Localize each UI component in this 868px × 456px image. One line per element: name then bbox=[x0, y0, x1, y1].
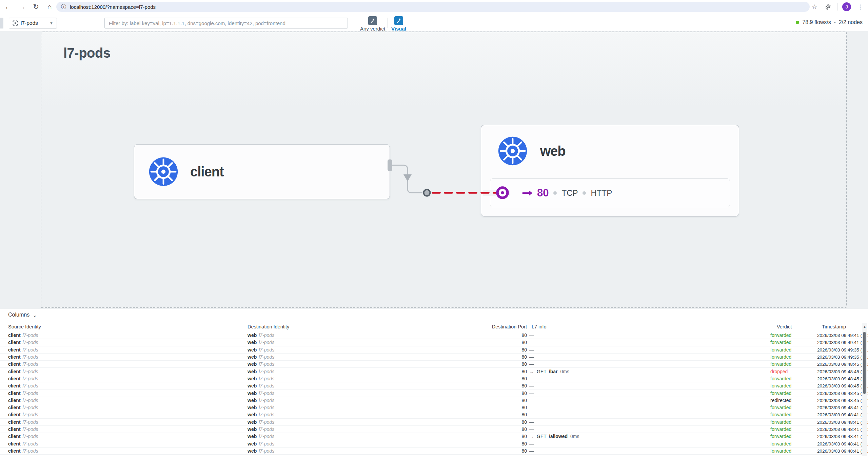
flow-filter-input[interactable] bbox=[104, 18, 348, 28]
http-method: GET bbox=[537, 434, 547, 439]
namespace-label: l7-pods bbox=[23, 405, 38, 410]
l7-info-cell: — bbox=[529, 361, 534, 367]
l7-info-cell: — bbox=[529, 391, 534, 396]
verdict-cell: forwarded bbox=[770, 361, 791, 367]
verdict-cell: forwarded bbox=[770, 405, 791, 410]
table-row[interactable]: clientl7-podswebl7-pods80→GET/bar0msdrop… bbox=[0, 368, 862, 375]
pod-name: client bbox=[8, 448, 21, 454]
source-identity-cell: clientl7-pods bbox=[8, 383, 38, 388]
service-node-client[interactable]: client bbox=[134, 144, 390, 199]
pod-name: web bbox=[248, 448, 257, 454]
namespace-label: l7-pods bbox=[23, 419, 38, 425]
destination-port-cell: 80 bbox=[498, 361, 527, 367]
table-row[interactable]: clientl7-podswebl7-pods80—forwarded2026/… bbox=[0, 455, 862, 456]
l7-info-cell: — bbox=[529, 340, 534, 345]
page-info-icon[interactable]: ⓘ bbox=[61, 4, 66, 10]
namespace-label: l7-pods bbox=[259, 383, 274, 388]
window-edge bbox=[0, 18, 3, 28]
arrow-right-icon bbox=[522, 190, 533, 196]
destination-identity-cell: webl7-pods bbox=[248, 376, 274, 381]
table-row[interactable]: clientl7-podswebl7-pods80—forwarded2026/… bbox=[0, 339, 862, 346]
pod-name: client bbox=[8, 332, 21, 338]
table-row[interactable]: clientl7-podswebl7-pods80—forwarded2026/… bbox=[0, 390, 862, 397]
table-row[interactable]: clientl7-podswebl7-pods80—forwarded2026/… bbox=[0, 354, 862, 361]
column-header: Destination Identity bbox=[248, 324, 289, 329]
table-row[interactable]: clientl7-podswebl7-pods80—forwarded2026/… bbox=[0, 411, 862, 418]
l7-info-cell: — bbox=[529, 441, 534, 446]
l7-info-cell: — bbox=[529, 405, 534, 410]
access-point-row[interactable]: 80 TCP HTTP bbox=[490, 178, 730, 207]
timestamp-cell: 2026/03/03 09:48:41 (+01) bbox=[817, 427, 868, 432]
namespace-label: l7-pods bbox=[259, 405, 274, 410]
namespace-label: l7-pods bbox=[259, 332, 274, 338]
l7-info-cell: — bbox=[529, 426, 534, 432]
namespace-title: l7-pods bbox=[63, 45, 111, 61]
table-row[interactable]: clientl7-podswebl7-pods80—forwarded2026/… bbox=[0, 361, 862, 368]
table-row[interactable]: clientl7-podswebl7-pods80—forwarded2026/… bbox=[0, 382, 862, 390]
verdict-cell: forwarded bbox=[770, 340, 791, 345]
chrome-menu-icon[interactable]: ⋮ bbox=[856, 2, 865, 11]
source-identity-cell: clientl7-pods bbox=[8, 347, 38, 353]
verdict-filter-button[interactable]: Any verdict bbox=[357, 16, 388, 32]
columns-button[interactable]: Columns ⌄ bbox=[8, 312, 37, 318]
source-identity-cell: clientl7-pods bbox=[8, 340, 38, 345]
namespace-label: l7-pods bbox=[259, 412, 274, 417]
flows-rate: 78.9 flows/s bbox=[802, 19, 831, 25]
destination-identity-cell: webl7-pods bbox=[248, 426, 274, 432]
source-identity-cell: clientl7-pods bbox=[8, 412, 38, 417]
protocol-tcp: TCP bbox=[561, 188, 578, 198]
namespace-label: l7-pods bbox=[23, 361, 38, 367]
chrome-divider bbox=[837, 3, 837, 11]
table-row[interactable]: clientl7-podswebl7-pods80—forwarded2026/… bbox=[0, 332, 862, 339]
forward-icon[interactable]: → bbox=[16, 0, 28, 14]
timestamp-cell: 2026/03/03 09:48:45 (+01) bbox=[817, 391, 868, 396]
source-identity-cell: clientl7-pods bbox=[8, 361, 38, 367]
table-row[interactable]: clientl7-podswebl7-pods80—forwarded2026/… bbox=[0, 448, 862, 455]
table-scrollbar[interactable]: ▲ bbox=[862, 323, 867, 456]
source-identity-cell: clientl7-pods bbox=[8, 419, 38, 425]
address-bar[interactable]: ⓘ localhost:12000/?namespace=l7-pods bbox=[56, 2, 810, 12]
namespace-label: l7-pods bbox=[23, 434, 38, 439]
l7-empty: — bbox=[529, 361, 534, 367]
table-row[interactable]: clientl7-podswebl7-pods80→GET/allowed0ms… bbox=[0, 433, 862, 440]
bookmark-star-icon[interactable]: ☆ bbox=[810, 2, 819, 11]
service-node-web[interactable]: web 80 TCP HTTP bbox=[481, 125, 739, 216]
destination-port-cell: 80 bbox=[498, 448, 527, 454]
reload-icon[interactable]: ↻ bbox=[30, 0, 42, 14]
scroll-up-icon[interactable]: ▲ bbox=[862, 325, 867, 328]
namespace-selector[interactable]: l7-pods ▼ bbox=[9, 18, 57, 28]
pod-name: client bbox=[8, 441, 21, 446]
namespace-label: l7-pods bbox=[259, 347, 274, 353]
scrollbar-thumb[interactable] bbox=[863, 332, 866, 394]
profile-avatar[interactable]: J bbox=[842, 2, 851, 11]
table-row[interactable]: clientl7-podswebl7-pods80—redirected2026… bbox=[0, 397, 862, 404]
table-row[interactable]: clientl7-podswebl7-pods80—forwarded2026/… bbox=[0, 346, 862, 354]
pod-name: client bbox=[8, 376, 21, 381]
destination-identity-cell: webl7-pods bbox=[248, 419, 274, 425]
home-icon[interactable]: ⌂ bbox=[43, 0, 56, 14]
table-row[interactable]: clientl7-podswebl7-pods80—forwarded2026/… bbox=[0, 426, 862, 433]
source-identity-cell: clientl7-pods bbox=[8, 448, 38, 454]
namespace-label: l7-pods bbox=[23, 383, 38, 388]
namespace-label: l7-pods bbox=[23, 448, 38, 454]
table-row[interactable]: clientl7-podswebl7-pods80—forwarded2026/… bbox=[0, 419, 862, 426]
l7-empty: — bbox=[529, 441, 534, 446]
table-row[interactable]: clientl7-podswebl7-pods80—forwarded2026/… bbox=[0, 404, 862, 411]
extensions-icon[interactable] bbox=[824, 2, 832, 11]
source-identity-cell: clientl7-pods bbox=[8, 441, 38, 446]
table-row[interactable]: clientl7-podswebl7-pods80—forwarded2026/… bbox=[0, 375, 862, 382]
destination-identity-cell: webl7-pods bbox=[248, 369, 274, 374]
destination-port-cell: 80 bbox=[498, 332, 527, 338]
column-header: Timestamp bbox=[822, 324, 846, 329]
namespace-selected-label: l7-pods bbox=[21, 20, 50, 26]
timestamp-cell: 2026/03/03 09:48:41 (+01) bbox=[817, 448, 868, 453]
back-icon[interactable]: ← bbox=[2, 0, 14, 14]
pod-name: web bbox=[248, 383, 257, 388]
table-row[interactable]: clientl7-podswebl7-pods80—forwarded2026/… bbox=[0, 440, 862, 447]
status-green-dot bbox=[796, 21, 799, 24]
url-text: localhost:12000/?namespace=l7-pods bbox=[70, 4, 156, 10]
pod-name: client bbox=[8, 412, 21, 417]
pod-name: web bbox=[248, 347, 257, 353]
destination-port-cell: 80 bbox=[498, 369, 527, 374]
visual-mode-button[interactable]: Visual bbox=[390, 16, 408, 32]
